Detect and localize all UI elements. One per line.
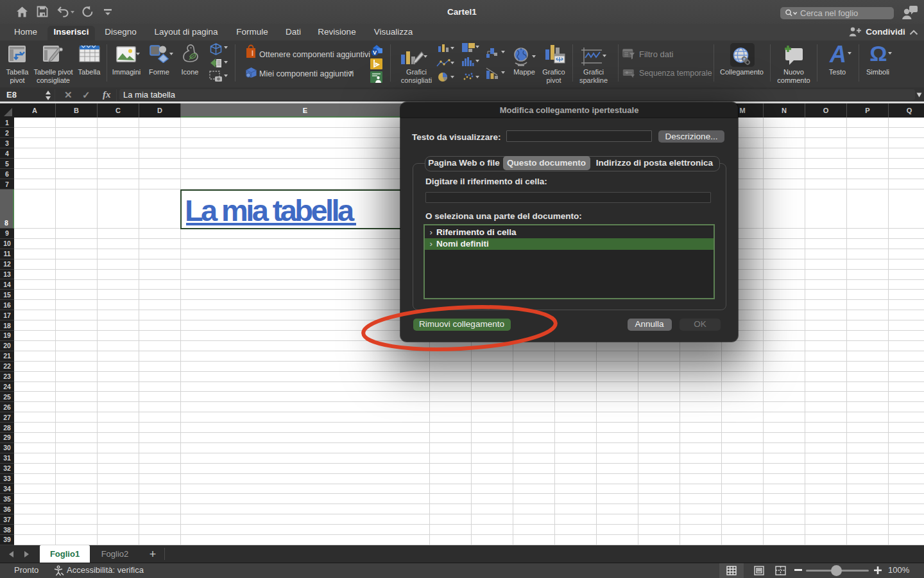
svg-text:V: V <box>373 49 377 56</box>
